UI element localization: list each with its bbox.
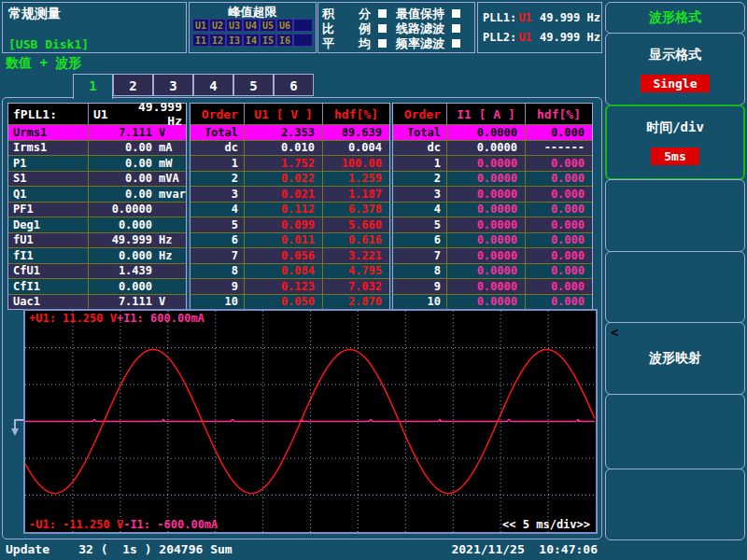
softkey-blank-7[interactable] (605, 469, 745, 540)
harmonic-value: 0.0000 (447, 172, 526, 187)
harmonic-order: 5 (190, 217, 245, 232)
measure-value: 0.0000 (89, 203, 152, 216)
harmonic-row[interactable]: 20.0221.259 (190, 171, 389, 187)
filter-toggle-checkbox[interactable] (452, 24, 460, 33)
harmonic-row[interactable]: 80.00000.000 (393, 263, 592, 279)
measure-row[interactable]: Irms10.00mA (8, 140, 186, 156)
tab-page-3[interactable]: 3 (153, 74, 193, 96)
harmonic-value: 0.099 (245, 217, 323, 232)
peak-indicator: I6 (276, 34, 293, 47)
tab-page-1[interactable]: 1 (73, 74, 113, 99)
i-col-order: Order (393, 104, 447, 124)
measure-value: 0.00 (89, 141, 152, 154)
harmonic-hdf: 0.004 (323, 141, 389, 154)
softkey-badge: 5ms (651, 147, 698, 165)
pll-source: U1 (518, 11, 531, 27)
harmonic-row[interactable]: 40.00000.000 (393, 202, 592, 217)
pll-frequency: 49.999 Hz (540, 31, 600, 47)
measure-row[interactable]: CfU11.439 (8, 263, 186, 279)
fpll-source: U1 (89, 107, 131, 121)
harmonic-row[interactable]: Total2.35389.639 (190, 124, 389, 140)
measure-value: 0.00 (89, 172, 152, 185)
harmonic-value: 0.123 (245, 279, 323, 294)
status-bar: Update 32 ( 1s ) 204796 Sum 2021/11/25 1… (0, 539, 747, 560)
harmonic-value: 0.010 (245, 141, 323, 156)
harmonic-row[interactable]: 60.0110.616 (190, 232, 389, 248)
measure-row[interactable]: Q10.00mvar (8, 186, 186, 202)
harmonic-hdf: 0.000 (526, 203, 592, 216)
harmonic-hdf: 3.221 (323, 249, 389, 262)
measure-row[interactable]: Uac17.111V (8, 294, 186, 310)
harmonic-row[interactable]: Total0.00000.000 (393, 124, 592, 140)
measure-row[interactable]: Deg10.000 (8, 217, 186, 232)
harmonic-row[interactable]: 100.00000.000 (393, 294, 592, 310)
i-harmonics-table: Order I1 [ A ] hdf[%] Total0.00000.000dc… (392, 103, 593, 310)
softkey-label: 波形映射 (649, 350, 701, 367)
measure-row[interactable]: PF10.0000 (8, 202, 186, 217)
datetime-label: 2021/11/25 10:47:06 (0, 542, 598, 556)
peak-indicator-empty (293, 19, 313, 32)
harmonic-order: dc (393, 141, 447, 156)
softkey-显示格式[interactable]: 显示格式Single (605, 33, 745, 105)
harmonic-row[interactable]: 70.0563.221 (190, 247, 389, 263)
harmonic-order: 5 (393, 217, 447, 232)
measure-row[interactable]: P10.00mW (8, 155, 186, 171)
harmonic-row[interactable]: 10.00000.000 (393, 155, 592, 171)
measure-row[interactable]: fI10.000Hz (8, 247, 186, 263)
measure-row[interactable]: fU149.999Hz (8, 232, 186, 248)
harmonic-row[interactable]: 60.00000.000 (393, 232, 592, 248)
mode-toggle-checkbox[interactable] (378, 24, 387, 33)
measure-value: 0.00 (89, 188, 152, 201)
measure-row[interactable]: CfI10.000 (8, 278, 186, 294)
harmonic-row[interactable]: 50.0995.660 (190, 217, 389, 232)
filter-toggle-label: 频率滤波 (396, 35, 444, 52)
harmonic-row[interactable]: 50.00000.000 (393, 217, 592, 232)
harmonic-order: 7 (393, 248, 447, 263)
measure-row[interactable]: Urms17.111V (8, 124, 186, 140)
tab-page-5[interactable]: 5 (233, 74, 274, 96)
harmonic-row[interactable]: 20.00000.000 (393, 171, 592, 187)
harmonic-hdf: 0.000 (526, 218, 592, 231)
harmonic-row[interactable]: dc0.0100.004 (190, 140, 389, 156)
softkey-blank-4[interactable] (605, 251, 745, 323)
softkey-blank-6[interactable] (605, 394, 745, 469)
mode-toggle-checkbox[interactable] (378, 9, 387, 18)
harmonic-row[interactable]: 30.00000.000 (393, 186, 592, 202)
measure-row[interactable]: S10.00mVA (8, 171, 186, 187)
tab-page-4[interactable]: 4 (193, 74, 233, 96)
filter-toggle-checkbox[interactable] (452, 39, 460, 48)
harmonic-row[interactable]: 90.00000.000 (393, 278, 592, 294)
harmonic-hdf: 0.000 (526, 188, 592, 201)
filter-toggle-checkbox[interactable] (452, 9, 460, 18)
softkey-label: 显示格式 (649, 47, 701, 63)
peak-indicators-voltage: U1U2U3U4U5U6 (192, 19, 313, 32)
harmonic-row[interactable]: 90.1237.032 (190, 278, 389, 294)
softkey-blank-3[interactable] (605, 179, 745, 252)
measure-name: P1 (8, 156, 89, 171)
toggle-row: 积分最值保持 (322, 6, 472, 21)
softkey-波形映射[interactable]: <波形映射 (605, 322, 745, 395)
peak-indicator: I3 (226, 34, 243, 47)
harmonic-order: 9 (190, 279, 245, 294)
harmonic-row[interactable]: 11.752100.00 (190, 155, 389, 171)
harmonic-row[interactable]: 100.0502.870 (190, 294, 389, 310)
harmonic-row[interactable]: dc0.0000------ (393, 140, 592, 156)
mode-toggle-checkbox[interactable] (378, 39, 387, 48)
tab-page-6[interactable]: 6 (274, 74, 314, 96)
i-col-value: I1 [ A ] (447, 104, 526, 124)
harmonic-row[interactable]: 70.00000.000 (393, 247, 592, 263)
harmonic-value: 0.112 (245, 203, 323, 217)
harmonic-hdf: 6.378 (323, 203, 389, 216)
softkey-时间/div[interactable]: 时间/div5ms (605, 105, 745, 180)
peak-indicator: I4 (243, 34, 260, 47)
harmonic-value: 0.0000 (447, 141, 526, 156)
u-col-hdf: hdf[%] (323, 107, 389, 121)
tab-page-2[interactable]: 2 (113, 74, 153, 96)
measure-unit: mvar (152, 188, 186, 201)
harmonic-row[interactable]: 40.1126.378 (190, 202, 389, 217)
waveform-display: +U1: 11.250 V+I1: 600.00mA -U1: -11.250 … (23, 309, 598, 534)
harmonic-row[interactable]: 30.0211.187 (190, 186, 389, 202)
page-tabs: 123456 (73, 74, 314, 98)
harmonic-row[interactable]: 80.0844.795 (190, 263, 389, 279)
softkey-波形格式[interactable]: 波形格式 (605, 2, 745, 34)
